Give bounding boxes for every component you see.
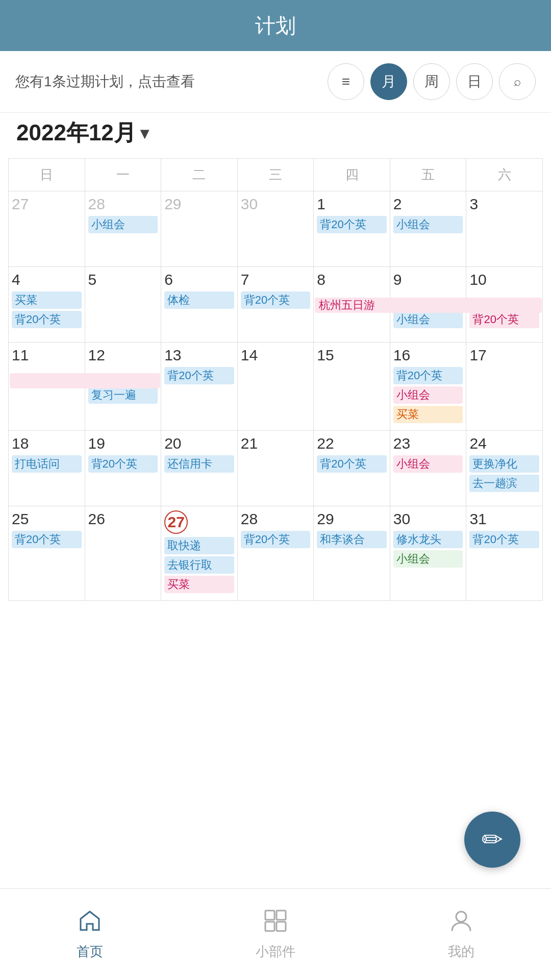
- cal-cell-1-4[interactable]: 8: [314, 267, 390, 342]
- calendar-week-row-3: 18打电话问19背20个英20还信用卡2122背20个英23小组会24更换净化去…: [9, 431, 543, 506]
- event-4-0[interactable]: 背20个英: [12, 531, 82, 548]
- cal-cell-2-5[interactable]: 16背20个英小组会买菜: [390, 342, 467, 431]
- event-0-1[interactable]: 小组会: [88, 216, 158, 233]
- event-3-5[interactable]: 小组会: [393, 455, 463, 473]
- svg-rect-3: [277, 922, 286, 931]
- cal-cell-3-2[interactable]: 20还信用卡: [161, 431, 238, 506]
- event-4-2[interactable]: 买菜: [164, 576, 234, 593]
- cal-cell-4-0[interactable]: 25背20个英: [9, 506, 85, 601]
- event-4-6[interactable]: 背20个英: [469, 531, 539, 548]
- event-0-4[interactable]: 背20个英: [317, 216, 387, 233]
- cal-cell-2-3[interactable]: 14: [238, 342, 314, 431]
- view-day-btn-f[interactable]: 日: [456, 63, 493, 100]
- event-3-6[interactable]: 去一趟滨: [469, 475, 539, 492]
- cal-cell-0-6[interactable]: 3: [466, 191, 543, 267]
- event-2-5[interactable]: 小组会: [393, 386, 463, 404]
- calendar-week-row-0: 2728小组会29301背20个英2小组会3: [9, 191, 543, 267]
- event-1-6[interactable]: 背20个英: [469, 311, 539, 328]
- nav-profile-label: 我的: [448, 943, 474, 961]
- cal-cell-2-2[interactable]: 13背20个英: [161, 342, 238, 431]
- cal-cell-1-3[interactable]: 7背20个英: [238, 267, 314, 342]
- calendar-grid: 日一二三四五六2728小组会29301背20个英2小组会34买菜背20个英56体…: [8, 158, 543, 601]
- event-4-2[interactable]: 去银行取: [164, 556, 234, 574]
- event-1-2[interactable]: 体检: [164, 291, 234, 309]
- cal-cell-2-1[interactable]: 12复习一遍: [85, 342, 162, 431]
- cal-cell-3-1[interactable]: 19背20个英: [85, 431, 162, 506]
- event-4-2[interactable]: 取快递: [164, 537, 234, 554]
- svg-rect-2: [265, 922, 274, 931]
- cal-cell-4-4[interactable]: 29和李谈合: [314, 506, 390, 601]
- view-week-btn-f[interactable]: 周: [413, 63, 450, 100]
- cal-cell-0-3[interactable]: 30: [238, 191, 314, 267]
- cal-cell-4-1[interactable]: 26: [85, 506, 162, 601]
- view-search-btn-f[interactable]: ⌕: [499, 63, 536, 100]
- app-header-fixed: 计划: [0, 0, 551, 51]
- cal-cell-1-6[interactable]: 10背20个英: [466, 267, 543, 342]
- event-4-5[interactable]: 小组会: [393, 550, 463, 568]
- event-2-1[interactable]: 复习一遍: [88, 386, 158, 404]
- cal-cell-4-3[interactable]: 28背20个英: [238, 506, 314, 601]
- cal-cell-3-3[interactable]: 21: [238, 431, 314, 506]
- nav-profile[interactable]: 我的: [448, 909, 474, 961]
- cal-cell-2-4[interactable]: 15: [314, 342, 390, 431]
- view-month-btn-f[interactable]: 月: [370, 63, 407, 100]
- cal-cell-1-5[interactable]: 9小组会: [390, 267, 467, 342]
- pencil-icon: ✏: [482, 827, 503, 852]
- cal-cell-3-0[interactable]: 18打电话问: [9, 431, 85, 506]
- event-1-5[interactable]: 小组会: [393, 311, 463, 328]
- bottom-navigation: 首页 小部件 我的: [0, 888, 551, 980]
- cal-cell-0-5[interactable]: 2小组会: [390, 191, 467, 267]
- event-3-1[interactable]: 背20个英: [88, 455, 158, 473]
- cal-cell-3-6[interactable]: 24更换净化去一趟滨: [466, 431, 543, 506]
- topbar-fixed: 您有1条过期计划，点击查看 ≡ 月 周 日 ⌕: [0, 51, 551, 113]
- event-1-0[interactable]: 买菜: [12, 291, 82, 309]
- cal-cell-4-5[interactable]: 30修水龙头小组会: [390, 506, 467, 601]
- calendar-week-row-4: 25背20个英2627取快递去银行取买菜28背20个英29和李谈合30修水龙头小…: [9, 506, 543, 601]
- view-list-btn-f[interactable]: ≡: [328, 63, 364, 100]
- event-1-0[interactable]: 背20个英: [12, 311, 82, 328]
- overdue-notice-fixed[interactable]: 您有1条过期计划，点击查看: [15, 72, 319, 91]
- cal-cell-1-1[interactable]: 5: [85, 267, 162, 342]
- header-title-fixed: 计划: [255, 12, 296, 40]
- cal-cell-0-4[interactable]: 1背20个英: [314, 191, 390, 267]
- event-0-5[interactable]: 小组会: [393, 216, 463, 233]
- cal-cell-3-4[interactable]: 22背20个英: [314, 431, 390, 506]
- svg-point-4: [456, 912, 466, 922]
- nav-home-label: 首页: [77, 943, 103, 961]
- month-chevron-icon: ▾: [140, 124, 148, 143]
- cal-cell-0-2[interactable]: 29: [161, 191, 238, 267]
- calendar-week-row-1: 4买菜背20个英56体检7背20个英89小组会10背20个英杭州五日游: [9, 267, 543, 342]
- event-3-2[interactable]: 还信用卡: [164, 455, 234, 473]
- view-buttons-fixed: ≡ 月 周 日 ⌕: [328, 63, 536, 100]
- svg-rect-1: [277, 911, 286, 920]
- person-icon: [449, 909, 473, 939]
- cal-cell-1-0[interactable]: 4买菜背20个英: [9, 267, 85, 342]
- cal-cell-3-5[interactable]: 23小组会: [390, 431, 467, 506]
- event-3-4[interactable]: 背20个英: [317, 455, 387, 473]
- month-title[interactable]: 2022年12月▾: [8, 113, 543, 158]
- nav-home[interactable]: 首页: [77, 909, 103, 961]
- event-2-5[interactable]: 买菜: [393, 406, 463, 423]
- cal-cell-4-6[interactable]: 31背20个英: [466, 506, 543, 601]
- add-event-fab[interactable]: ✏: [464, 812, 520, 868]
- event-1-3[interactable]: 背20个英: [241, 291, 311, 309]
- cal-cell-4-2[interactable]: 27取快递去银行取买菜: [161, 506, 238, 601]
- event-4-5[interactable]: 修水龙头: [393, 531, 463, 548]
- calendar-week-row-2: 1112复习一遍13背20个英141516背20个英小组会买菜17: [9, 342, 543, 431]
- cal-cell-0-0[interactable]: 27: [9, 191, 85, 267]
- event-2-2[interactable]: 背20个英: [164, 367, 234, 384]
- event-3-0[interactable]: 打电话问: [12, 455, 82, 473]
- nav-widgets[interactable]: 小部件: [256, 909, 295, 961]
- event-4-4[interactable]: 和李谈合: [317, 531, 387, 548]
- nav-widgets-label: 小部件: [256, 943, 295, 961]
- svg-rect-0: [265, 911, 274, 920]
- event-2-5[interactable]: 背20个英: [393, 367, 463, 384]
- home-icon: [78, 909, 102, 939]
- event-3-6[interactable]: 更换净化: [469, 455, 539, 473]
- cal-cell-0-1[interactable]: 28小组会: [85, 191, 162, 267]
- widgets-icon: [263, 909, 288, 939]
- cal-cell-1-2[interactable]: 6体检: [161, 267, 238, 342]
- cal-cell-2-0[interactable]: 11: [9, 342, 85, 431]
- event-4-3[interactable]: 背20个英: [241, 531, 311, 548]
- cal-cell-2-6[interactable]: 17: [466, 342, 543, 431]
